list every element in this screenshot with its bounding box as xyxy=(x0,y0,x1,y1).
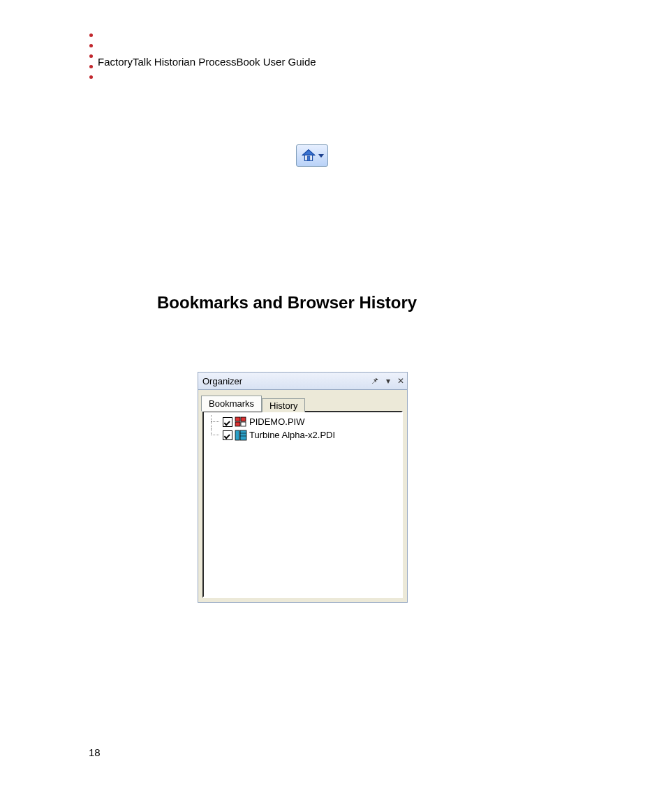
organizer-titlebar: Organizer 📌︎ ▾ ✕ xyxy=(198,373,407,390)
tab-history[interactable]: History xyxy=(262,398,305,412)
page-number: 18 xyxy=(89,746,101,758)
tab-strip: Bookmarks History xyxy=(198,390,407,411)
dropdown-caret-icon xyxy=(318,154,324,158)
dot xyxy=(89,44,93,47)
dropdown-icon[interactable]: ▾ xyxy=(386,377,390,385)
home-icon xyxy=(301,148,316,163)
dot xyxy=(89,54,93,58)
dot xyxy=(89,65,93,68)
svg-rect-7 xyxy=(235,430,239,440)
checkbox-checked-icon[interactable] xyxy=(223,430,232,440)
section-heading: Bookmarks and Browser History xyxy=(157,293,417,313)
tree-connector xyxy=(205,415,221,428)
svg-rect-3 xyxy=(235,417,240,421)
svg-rect-8 xyxy=(240,430,246,440)
dot xyxy=(89,33,93,37)
svg-rect-4 xyxy=(241,417,246,421)
svg-rect-2 xyxy=(307,156,310,160)
display-file-icon xyxy=(235,430,247,441)
bookmark-label: PIDEMO.PIW xyxy=(249,416,304,427)
home-button[interactable] xyxy=(296,144,328,167)
decorative-dots xyxy=(89,33,93,79)
titlebar-controls: 📌︎ ▾ ✕ xyxy=(371,377,404,385)
close-icon[interactable]: ✕ xyxy=(397,377,404,385)
bookmark-item[interactable]: Turbine Alpha-x2.PDI xyxy=(205,428,400,442)
checkbox-checked-icon[interactable] xyxy=(223,417,232,427)
svg-rect-5 xyxy=(235,422,240,426)
bookmark-item[interactable]: PIDEMO.PIW xyxy=(205,415,400,428)
dot xyxy=(89,75,93,79)
tree-connector xyxy=(205,428,221,442)
pin-icon[interactable]: 📌︎ xyxy=(371,377,379,385)
svg-marker-1 xyxy=(302,150,314,155)
organizer-panel: Organizer 📌︎ ▾ ✕ Bookmarks History PIDEM… xyxy=(198,372,408,603)
svg-rect-6 xyxy=(241,422,246,426)
tab-bookmarks[interactable]: Bookmarks xyxy=(201,396,262,412)
bookmarks-tree: PIDEMO.PIW Turbine Alpha-x2.PDI xyxy=(202,411,403,598)
running-header: FactoryTalk Historian ProcessBook User G… xyxy=(98,56,316,68)
bookmark-label: Turbine Alpha-x2.PDI xyxy=(249,430,335,440)
workbook-file-icon xyxy=(235,416,247,428)
organizer-title-label: Organizer xyxy=(202,376,371,386)
